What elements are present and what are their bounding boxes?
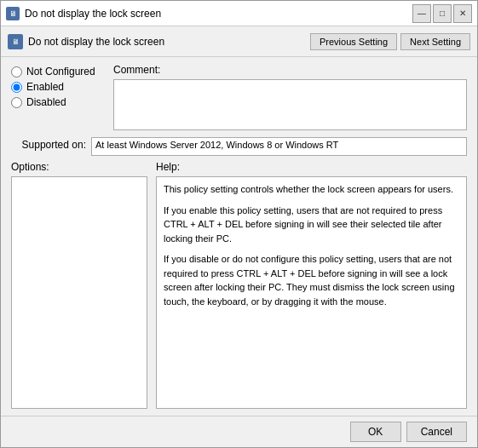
comment-label: Comment: [113, 64, 467, 76]
top-section: Not Configured Enabled Disabled Comment: [11, 64, 467, 130]
title-bar-left: 🖥 Do not display the lock screen [6, 7, 161, 20]
help-box[interactable]: This policy setting controls whether the… [156, 176, 467, 409]
options-section: Options: [11, 161, 147, 409]
next-setting-button[interactable]: Next Setting [400, 33, 470, 50]
main-window: 🖥 Do not display the lock screen — □ ✕ 🖥… [0, 0, 478, 448]
footer: OK Cancel [1, 416, 477, 447]
supported-label: Supported on: [11, 137, 86, 151]
header-buttons: Previous Setting Next Setting [310, 33, 470, 50]
window-title: Do not display the lock screen [25, 8, 161, 20]
radio-disabled: Disabled [11, 96, 105, 108]
radio-enabled: Enabled [11, 81, 105, 93]
radio-not-configured-label: Not Configured [26, 66, 95, 78]
radio-enabled-input[interactable] [11, 82, 22, 93]
close-button[interactable]: ✕ [453, 4, 472, 23]
main-content: Not Configured Enabled Disabled Comment:… [1, 57, 477, 416]
title-controls: — □ ✕ [412, 4, 472, 23]
header-bar: 🖥 Do not display the lock screen Previou… [1, 26, 477, 57]
help-label: Help: [156, 161, 467, 173]
maximize-button[interactable]: □ [433, 4, 452, 23]
options-box [11, 176, 147, 409]
ok-button[interactable]: OK [350, 422, 401, 442]
options-label: Options: [11, 161, 147, 173]
radio-group: Not Configured Enabled Disabled [11, 64, 105, 130]
comment-textarea[interactable] [113, 79, 467, 130]
header-title-group: 🖥 Do not display the lock screen [8, 34, 164, 49]
cancel-button[interactable]: Cancel [406, 422, 467, 442]
help-paragraph-1: This policy setting controls whether the… [164, 182, 459, 197]
window-icon: 🖥 [6, 7, 20, 20]
supported-row: Supported on: At least Windows Server 20… [11, 137, 467, 156]
radio-disabled-input[interactable] [11, 97, 22, 108]
radio-not-configured: Not Configured [11, 66, 105, 78]
help-paragraph-2: If you enable this policy setting, users… [164, 204, 459, 246]
options-help-row: Options: Help: This policy setting contr… [11, 161, 467, 409]
help-paragraph-3: If you disable or do not configure this … [164, 252, 459, 308]
header-title-text: Do not display the lock screen [28, 36, 164, 48]
supported-value: At least Windows Server 2012, Windows 8 … [91, 137, 467, 156]
minimize-button[interactable]: — [412, 4, 431, 23]
comment-section: Comment: [113, 64, 467, 130]
radio-disabled-label: Disabled [26, 96, 66, 108]
header-icon: 🖥 [8, 34, 23, 49]
help-section: Help: This policy setting controls wheth… [156, 161, 467, 409]
title-bar: 🖥 Do not display the lock screen — □ ✕ [1, 1, 477, 26]
radio-not-configured-input[interactable] [11, 66, 22, 78]
previous-setting-button[interactable]: Previous Setting [310, 33, 397, 50]
radio-enabled-label: Enabled [26, 81, 64, 93]
